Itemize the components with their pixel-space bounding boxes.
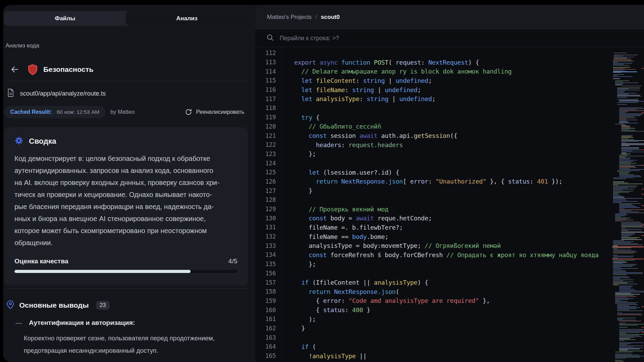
code-line[interactable]: 133 analysisType = body:movemtType; // О… — [255, 241, 610, 250]
bullet-dash: — — [15, 319, 22, 327]
line-number[interactable]: 157 — [255, 279, 276, 286]
code-line[interactable]: 156 — [255, 269, 610, 278]
line-number[interactable]: 127 — [255, 187, 276, 194]
line-number[interactable]: 119 — [255, 114, 276, 121]
code-line[interactable]: 126 return NextResponse.json[ error: "Un… — [255, 177, 610, 186]
line-number[interactable]: 124 — [255, 160, 276, 167]
line-number[interactable]: 117 — [255, 96, 276, 102]
code-line[interactable]: 117 let analysisType: string | undefined… — [255, 94, 610, 103]
line-number[interactable]: 116 — [255, 86, 276, 93]
breadcrumb-separator: / — [315, 14, 317, 21]
code-text: // Delaare апмыраџаке апор ry is block d… — [281, 68, 512, 75]
code-line[interactable]: 129 // Проseркь векний мод — [255, 205, 610, 214]
section-label: Анализ кода — [6, 42, 39, 49]
code-line[interactable]: 116 let fileName: string | undefined; — [255, 85, 610, 95]
code-line[interactable]: 113export async function POST( request: … — [255, 58, 610, 67]
code-line[interactable]: 128 — [255, 195, 610, 205]
line-number[interactable]: 118 — [255, 105, 276, 111]
line-number[interactable]: 120 — [255, 123, 276, 130]
code-line[interactable]: 162 } — [255, 324, 610, 333]
file-row[interactable]: scout0/app/api/analyze/route.ts — [7, 88, 106, 99]
code-line[interactable]: 134 const forceRefresh s̄ body.forCBefre… — [255, 250, 610, 260]
code-line[interactable]: 158 return NextResponse.json( — [255, 287, 610, 296]
code-text: }; — [281, 261, 316, 268]
line-number[interactable]: 130 — [255, 215, 276, 222]
line-number[interactable]: 161 — [255, 316, 276, 322]
summary-body: Код демонстрирует в: целом безопасный по… — [14, 153, 237, 249]
code-text — [281, 105, 298, 112]
line-number[interactable]: 160 — [255, 307, 276, 314]
line-number[interactable]: 163 — [255, 334, 276, 341]
code-line[interactable]: 122 headers: request.headers — [255, 140, 610, 150]
line-number[interactable]: 121 — [255, 132, 276, 139]
code-line[interactable]: 132 fileName == body.bome; — [255, 232, 610, 241]
line-number[interactable]: 134 — [255, 251, 276, 258]
line-number[interactable]: 123 — [255, 151, 276, 157]
code-line[interactable]: 118 — [255, 103, 610, 113]
code-line[interactable]: 124 — [255, 158, 610, 168]
code-text: if ( — [281, 343, 316, 350]
code-line[interactable]: 125 let (lsessiom.user?.id) { — [255, 168, 610, 177]
code-line[interactable]: 164 if ( — [255, 342, 610, 351]
minimap[interactable] — [612, 51, 644, 362]
line-number[interactable]: 164 — [255, 343, 276, 350]
code-line[interactable]: 115 let fileContent: string | undefined; — [255, 76, 610, 85]
code-line[interactable]: 127 } — [255, 186, 610, 195]
code-line[interactable]: 165 !analysisType || — [255, 351, 610, 361]
line-number[interactable]: 133 — [255, 242, 276, 249]
tab-files[interactable]: Файлы — [4, 11, 126, 26]
line-number[interactable]: 165 — [255, 352, 276, 359]
tab-analysis[interactable]: Анализ — [126, 11, 248, 26]
tab-bar: Файлы Анализ — [4, 11, 248, 26]
code-line[interactable]: 161 ); — [255, 315, 610, 324]
code-text: ); — [281, 316, 316, 323]
line-number[interactable]: 129 — [255, 206, 276, 212]
line-number[interactable]: 128 — [255, 196, 276, 203]
line-number[interactable]: 132 — [255, 233, 276, 240]
line-number[interactable]: 156 — [255, 270, 276, 277]
line-number[interactable]: 114 — [255, 68, 276, 75]
breadcrumb-root[interactable]: Matteo's Projects — [267, 14, 312, 21]
code-line[interactable]: 163 — [255, 333, 610, 342]
code-line[interactable]: 112 — [255, 48, 610, 58]
code-line[interactable]: 131 fileName =. b.filewbTere?; — [255, 223, 610, 232]
line-number[interactable]: 158 — [255, 288, 276, 295]
line-number[interactable]: 162 — [255, 325, 276, 332]
line-number[interactable]: 135 — [255, 261, 276, 267]
code-line[interactable]: 120 // Gбьаδпито_сесснйñ — [255, 122, 610, 131]
code-line[interactable]: 166 !ANALYSIS_PROMPTS[analysisType as ke… — [255, 360, 610, 362]
code-line[interactable]: 121 const session await auth.api.getSess… — [255, 131, 610, 140]
breadcrumb-current[interactable]: scout0 — [321, 14, 340, 21]
findings-count-badge: 23 — [96, 301, 110, 310]
line-number[interactable]: 159 — [255, 297, 276, 304]
reanalyze-button[interactable]: Рееналисиировать — [185, 108, 244, 116]
code-text — [281, 270, 298, 277]
code-text: } — [281, 187, 312, 194]
code-text: { status: 400 } — [281, 306, 370, 314]
line-number[interactable]: 126 — [255, 178, 276, 185]
code-line[interactable]: 114 // Delaare апмыраџаке апор ry is blo… — [255, 67, 610, 76]
code-line[interactable]: 159 { error: "Code amd analysisType are … — [255, 296, 610, 306]
goto-line-input[interactable] — [279, 34, 494, 42]
line-number[interactable]: 112 — [255, 50, 276, 56]
cached-result-time: 60 нож: 12:53 AM — [57, 109, 99, 115]
line-number[interactable]: 125 — [255, 169, 276, 176]
line-number[interactable]: 115 — [255, 77, 276, 84]
code-line[interactable]: 135 }; — [255, 260, 610, 269]
line-number[interactable]: 122 — [255, 141, 276, 148]
line-number[interactable]: 131 — [255, 224, 276, 231]
back-arrow-icon[interactable] — [10, 65, 20, 74]
cached-result-label: Cached Resulit: — [10, 109, 52, 115]
code-text: headers: request.headers — [281, 141, 403, 149]
code-text — [281, 334, 298, 341]
code-line[interactable]: 160 { status: 400 } — [255, 305, 610, 315]
code-text: let fileName: string | undefined; — [281, 86, 421, 94]
code-line[interactable]: 130 const body = await reque.hetConde; — [255, 213, 610, 223]
code-line[interactable]: 157 if (IfileContent || analysisType) { — [255, 278, 610, 287]
code-line[interactable]: 119 try { — [255, 113, 610, 122]
code-text: }; — [281, 150, 316, 157]
cached-result-row: Cached Resulit: 60 нож: 12:53 AM by Matt… — [4, 106, 248, 118]
summary-title-row: Сводка — [14, 136, 237, 146]
line-number[interactable]: 113 — [255, 59, 276, 66]
code-line[interactable]: 123 }; — [255, 150, 610, 159]
